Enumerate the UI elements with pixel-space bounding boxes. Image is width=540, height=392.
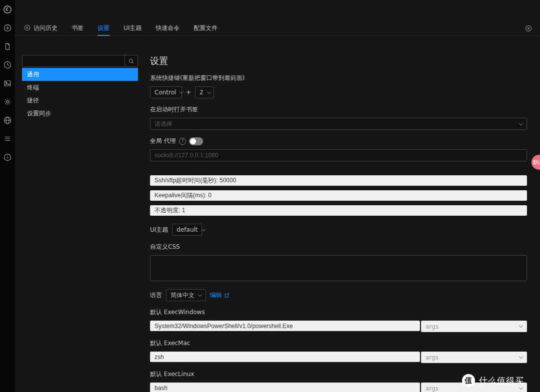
external-link-icon <box>224 293 230 298</box>
exec-mac-row: args <box>150 352 527 363</box>
tab-history[interactable]: 访问历史 <box>24 21 58 35</box>
language-edit-link[interactable]: 编辑 <box>210 291 230 300</box>
open-bookmarks-label: 在启动时打开书签 <box>150 105 527 114</box>
help-icon[interactable]: ? <box>179 138 186 145</box>
info-icon[interactable] <box>3 153 12 162</box>
ui-theme-value: default <box>176 226 198 233</box>
list-icon[interactable] <box>3 134 12 143</box>
exec-mac-label: 默认 ExecMac <box>150 339 527 348</box>
search-input[interactable] <box>22 55 124 66</box>
language-select[interactable]: 简体中文 <box>166 289 206 301</box>
app-logo-icon[interactable]: € <box>3 5 12 14</box>
ui-theme-row: UI主题 default <box>150 224 527 236</box>
custom-css-label: 自定义CSS <box>150 243 527 251</box>
image-icon[interactable] <box>3 79 12 88</box>
exec-windows-args-select[interactable]: args <box>421 321 527 332</box>
custom-css-textarea[interactable] <box>150 255 527 281</box>
watermark-badge: 值 <box>462 374 475 387</box>
sidebar-item-general[interactable]: 通用 <box>22 68 138 81</box>
settings-search <box>22 55 138 67</box>
tab-settings[interactable]: 设置 <box>98 21 110 36</box>
exec-windows-row: args <box>150 321 527 332</box>
close-panel-icon[interactable] <box>525 25 532 33</box>
exec-mac-input[interactable] <box>150 352 420 362</box>
proxy-input[interactable] <box>150 149 527 161</box>
app-sidebar: € <box>0 0 15 392</box>
hotkey-row: Control + 2 <box>150 86 527 98</box>
settings-form: 设置 系统快捷键(重新把窗口带到最前面) Control + 2 在启动时打开书… <box>150 55 527 392</box>
svg-text:€: € <box>6 7 9 12</box>
chevron-down-icon <box>206 89 210 93</box>
chevron-down-icon <box>198 292 202 296</box>
clock-icon[interactable] <box>3 60 12 69</box>
file-icon[interactable] <box>3 42 12 51</box>
hotkey-plus: + <box>186 89 191 96</box>
tab-ui-theme[interactable]: UI主题 <box>124 21 142 35</box>
settings-content: 通用 终端 捷径 设置同步 设置 系统快捷键(重新把窗口带到最前面) Contr… <box>15 36 540 392</box>
chevron-down-icon <box>519 324 523 328</box>
ssh-sftp-timeout-input[interactable] <box>150 175 527 186</box>
args-placeholder: args <box>426 323 438 330</box>
watermark-text: 什么值得买 <box>479 375 524 387</box>
toggle-knob <box>190 138 196 144</box>
hotkey-modifier-value: Control <box>154 89 176 96</box>
chevron-down-icon <box>519 355 523 359</box>
proxy-label: 全局 代理 <box>150 137 176 145</box>
opacity-input[interactable] <box>150 205 527 216</box>
args-placeholder: args <box>426 385 438 392</box>
hotkey-modifier-select[interactable]: Control <box>150 86 182 98</box>
hotkey-key-select[interactable]: 2 <box>195 86 214 98</box>
sidebar-item-sync[interactable]: 设置同步 <box>22 107 138 120</box>
exec-mac-args-select[interactable]: args <box>421 352 527 363</box>
tab-label: 设置 <box>98 24 110 32</box>
exec-windows-label: 默认 ExecWindows <box>150 308 527 317</box>
page-title: 设置 <box>150 55 527 67</box>
sidebar-item-terminal[interactable]: 终端 <box>22 81 138 94</box>
tab-label: 访问历史 <box>34 24 58 32</box>
exec-linux-input[interactable] <box>150 383 420 392</box>
exec-windows-input[interactable] <box>150 321 420 331</box>
plus-icon[interactable] <box>3 23 12 32</box>
globe-icon[interactable] <box>3 116 12 125</box>
settings-nav: 通用 终端 捷径 设置同步 <box>22 55 138 392</box>
tab-label: 快速命令 <box>156 24 180 32</box>
edit-link-label: 编辑 <box>210 291 222 300</box>
language-value: 简体中文 <box>170 291 194 300</box>
open-bookmarks-select[interactable]: 请选择 <box>150 118 527 130</box>
sidebar-item-shortcuts[interactable]: 捷径 <box>22 94 138 107</box>
language-label: 语言 <box>150 291 162 300</box>
gear-icon[interactable] <box>3 97 12 106</box>
tab-config-file[interactable]: 配置文件 <box>194 21 218 35</box>
search-icon[interactable] <box>124 55 138 66</box>
tab-quick-commands[interactable]: 快速命令 <box>156 21 180 35</box>
numeric-settings-group <box>150 175 527 216</box>
main-area: 访问历史 书签 设置 UI主题 快速命令 配置文件 <box>15 21 540 392</box>
language-row: 语言 简体中文 编辑 <box>150 289 527 301</box>
hotkey-label: 系统快捷键(重新把窗口带到最前面) <box>150 74 527 82</box>
chevron-down-icon <box>519 121 523 125</box>
tab-label: UI主题 <box>124 24 142 32</box>
keepalive-interval-input[interactable] <box>150 190 527 201</box>
tab-label: 书签 <box>72 24 84 32</box>
ui-theme-select[interactable]: default <box>172 224 202 236</box>
watermark: 值 什么值得买 <box>462 374 524 387</box>
tab-bar: 访问历史 书签 设置 UI主题 快速命令 配置文件 <box>15 21 540 36</box>
proxy-toggle[interactable] <box>189 137 203 145</box>
tab-label: 配置文件 <box>194 24 218 32</box>
proxy-row: 全局 代理 ? <box>150 137 527 145</box>
close-circle-icon[interactable] <box>24 24 30 32</box>
open-bookmarks-placeholder: 请选择 <box>154 120 172 128</box>
chevron-down-icon <box>180 89 184 93</box>
args-placeholder: args <box>426 354 438 361</box>
ui-theme-label: UI主题 <box>150 226 168 234</box>
hotkey-key-value: 2 <box>200 89 204 96</box>
settings-nav-list: 通用 终端 捷径 设置同步 <box>22 68 138 120</box>
chevron-down-icon <box>201 227 205 231</box>
tab-bookmarks[interactable]: 书签 <box>72 21 84 35</box>
